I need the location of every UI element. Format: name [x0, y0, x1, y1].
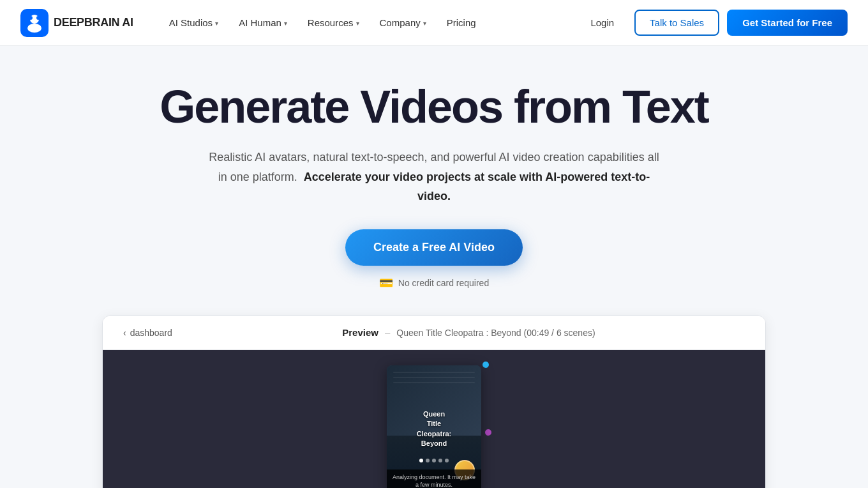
chevron-down-icon: ▾ — [423, 20, 426, 27]
no-credit-text: No credit card required — [398, 278, 489, 288]
preview-info-text: Queen Title Cleopatra : Beyond (00:49 / … — [396, 328, 595, 338]
logo-text: DEEPBRAIN AI — [54, 16, 133, 29]
analyzing-text: Analyzing document. It may take a few mi… — [387, 469, 481, 488]
hero-subtitle: Realistic AI avatars, natural text-to-sp… — [204, 148, 664, 206]
preview-title-section: Preview – Queen Title Cleopatra : Beyond… — [188, 327, 750, 338]
chevron-down-icon: ▾ — [284, 20, 287, 27]
video-scene-dots — [414, 454, 454, 468]
dot-accent-purple — [485, 429, 491, 436]
video-title-line1: Queen Title Cleopatra: — [417, 409, 451, 439]
preview-header: ‹ dashboard Preview – Queen Title Cleopa… — [103, 316, 765, 350]
talk-to-sales-button[interactable]: Talk to Sales — [634, 10, 719, 36]
nav-item-resources[interactable]: Resources ▾ — [297, 12, 370, 33]
hero-title: Generate Videos from Text — [160, 82, 708, 132]
video-frame: Queen Title Cleopatra: Beyond Analyz — [387, 365, 481, 488]
chevron-down-icon: ▾ — [215, 20, 218, 27]
video-dot-5 — [445, 459, 449, 462]
video-title-line2: Beyond — [417, 439, 451, 448]
svg-point-3 — [29, 16, 33, 20]
hero-subtitle-bold: Accelerate your video projects at scale … — [304, 171, 650, 203]
main-nav: AI Studios ▾ AI Human ▾ Resources ▾ Comp… — [159, 12, 486, 33]
stair-line — [393, 377, 475, 378]
stair-line — [393, 382, 475, 383]
logo-link[interactable]: DEEPBRAIN AI — [20, 9, 133, 37]
create-free-video-button[interactable]: Create a Free AI Video — [345, 229, 523, 266]
stair-lines — [393, 372, 475, 387]
navbar: DEEPBRAIN AI AI Studios ▾ AI Human ▾ Res… — [0, 0, 868, 46]
nav-label: Resources — [308, 17, 354, 28]
svg-point-2 — [27, 24, 41, 33]
preview-label: Preview — [342, 327, 378, 338]
preview-video-area: Queen Title Cleopatra: Beyond Analyz — [103, 350, 765, 488]
dashboard-label: dashboard — [130, 328, 172, 338]
hero-section: Generate Videos from Text Realistic AI a… — [0, 46, 868, 488]
get-started-button[interactable]: Get Started for Free — [727, 10, 848, 36]
video-dot-2 — [426, 459, 430, 462]
preview-divider: – — [385, 327, 390, 338]
no-credit-notice: 💳 No credit card required — [379, 276, 489, 290]
stair-line — [393, 372, 475, 373]
video-inner: Queen Title Cleopatra: Beyond Analyz — [387, 365, 481, 488]
nav-label: AI Studios — [169, 17, 213, 28]
nav-label: Pricing — [447, 17, 476, 28]
nav-item-pricing[interactable]: Pricing — [437, 12, 486, 33]
chevron-down-icon: ▾ — [356, 20, 359, 27]
svg-point-4 — [36, 16, 40, 20]
video-dot-4 — [438, 459, 442, 462]
nav-item-ai-studios[interactable]: AI Studios ▾ — [159, 12, 228, 33]
dot-accent-blue — [483, 362, 489, 368]
deepbrain-logo-icon — [20, 9, 49, 37]
nav-label: AI Human — [239, 17, 281, 28]
back-to-dashboard-button[interactable]: ‹ dashboard — [118, 325, 177, 340]
nav-item-ai-human[interactable]: AI Human ▾ — [228, 12, 297, 33]
nav-label: Company — [380, 17, 421, 28]
login-button[interactable]: Login — [578, 12, 627, 33]
credit-card-icon: 💳 — [379, 276, 393, 290]
video-dot-1 — [419, 459, 423, 462]
preview-panel: ‹ dashboard Preview – Queen Title Cleopa… — [102, 316, 766, 488]
video-dot-3 — [432, 459, 436, 462]
chevron-left-icon: ‹ — [123, 328, 126, 338]
nav-item-company[interactable]: Company ▾ — [370, 12, 437, 33]
navbar-right: Login Talk to Sales Get Started for Free — [578, 10, 848, 36]
video-title-overlay: Queen Title Cleopatra: Beyond — [410, 409, 458, 449]
